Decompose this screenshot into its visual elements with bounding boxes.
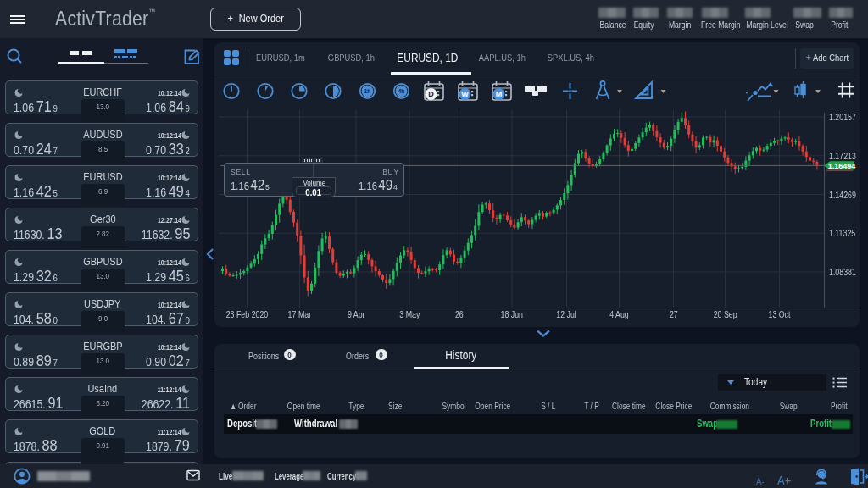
svg-text:1h: 1h	[364, 88, 371, 94]
svg-text:W: W	[461, 90, 469, 98]
svg-text:M: M	[496, 90, 503, 98]
svg-text:D: D	[428, 90, 434, 98]
svg-text:1.16494: 1.16494	[828, 162, 856, 170]
svg-text:4h: 4h	[398, 88, 405, 94]
